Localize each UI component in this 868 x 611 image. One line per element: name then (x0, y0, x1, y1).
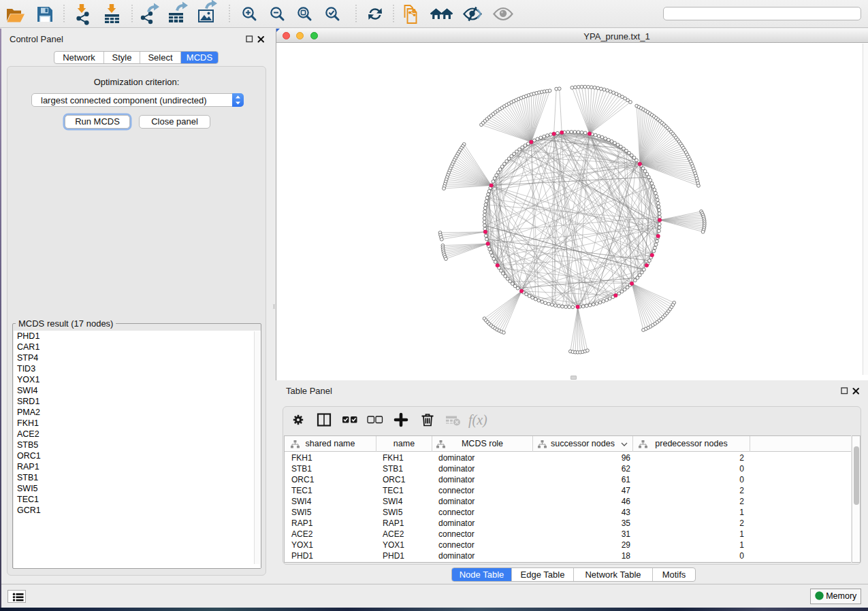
svg-text:f(x): f(x) (468, 412, 487, 428)
